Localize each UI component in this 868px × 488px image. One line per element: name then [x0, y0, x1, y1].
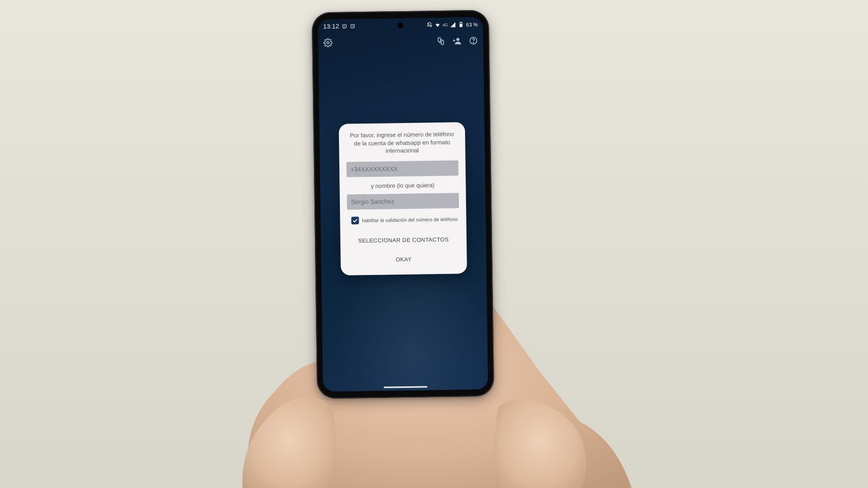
svg-rect-7	[441, 41, 444, 45]
battery-text: 63 %	[466, 21, 478, 27]
app-bar	[318, 32, 483, 54]
status-clock: 13:12	[323, 23, 339, 30]
phone-screen: 13:12	[318, 17, 488, 391]
svg-rect-6	[438, 38, 441, 42]
network-label: 4G	[443, 22, 448, 27]
checkbox-row[interactable]: habilitar la validación del número de te…	[347, 215, 459, 224]
signal-icon	[450, 22, 456, 28]
phone-input[interactable]	[346, 160, 458, 177]
help-icon[interactable]	[469, 36, 478, 47]
svg-rect-3	[460, 24, 462, 26]
alarm-icon-2	[350, 23, 356, 29]
alarm-icon	[341, 23, 348, 29]
dialog-title: Por favor, ingrese el número de teléfono…	[346, 130, 458, 156]
battery-icon	[458, 21, 464, 27]
dialog: Por favor, ingrese el número de teléfono…	[339, 122, 467, 275]
add-person-icon[interactable]	[452, 36, 461, 47]
svg-rect-4	[460, 22, 461, 22]
phone-body: 13:12	[312, 10, 495, 399]
svg-point-8	[456, 38, 459, 41]
okay-button[interactable]: OKAY	[394, 251, 414, 267]
dialog-name-subtext: y nombre (lo que quiera)	[371, 182, 435, 189]
name-input[interactable]	[347, 193, 459, 209]
enable-validation-checkbox[interactable]	[351, 217, 359, 224]
select-from-contacts-button[interactable]: SELECCIONAR DE CONTACTOS	[356, 231, 451, 249]
svg-point-10	[473, 42, 474, 43]
front-camera-hole	[397, 22, 403, 28]
checkbox-label: habilitar la validación del número de te…	[362, 216, 457, 223]
settings-icon[interactable]	[323, 38, 332, 49]
wifi-icon	[435, 22, 441, 28]
dnd-icon	[426, 22, 432, 28]
transfer-icon[interactable]	[436, 37, 445, 48]
svg-point-5	[327, 42, 329, 44]
